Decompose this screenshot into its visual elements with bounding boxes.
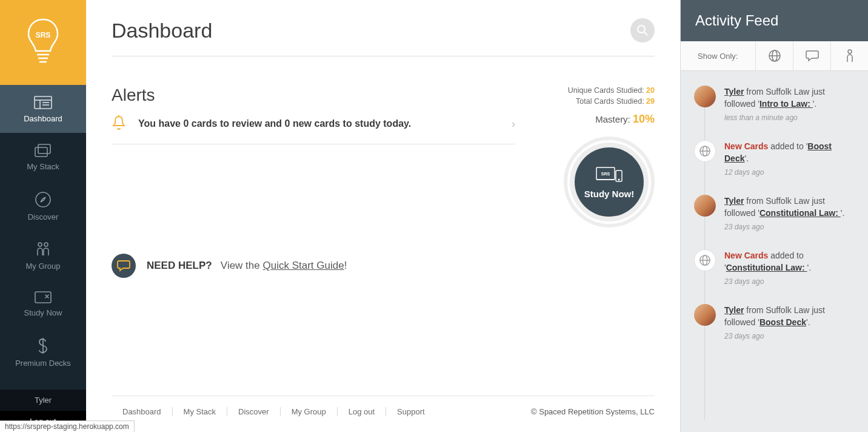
stack-icon bbox=[35, 144, 52, 157]
search-button[interactable] bbox=[630, 18, 655, 42]
page-title: Dashboard bbox=[112, 19, 212, 42]
feed-target-link[interactable]: Constitutional Law: bbox=[760, 208, 841, 218]
feed-item-body: Tyler from Suffolk Law just followed 'Co… bbox=[724, 195, 857, 232]
compass-icon bbox=[35, 192, 51, 208]
help-heading: NEED HELP? bbox=[147, 260, 212, 271]
nav-discover[interactable]: Discover bbox=[0, 181, 86, 231]
activity-feed: Activity Feed Show Only: Tyler from Suff… bbox=[680, 0, 868, 432]
feed-user-link[interactable]: Tyler bbox=[724, 87, 744, 96]
alerts-heading: Alerts bbox=[112, 86, 515, 105]
svg-rect-9 bbox=[35, 147, 47, 157]
svg-point-11 bbox=[36, 192, 50, 207]
new-cards-label: New Cards bbox=[724, 141, 768, 151]
feed-target-link[interactable]: Constitutional Law: bbox=[726, 263, 807, 272]
feed-item: Tyler from Suffolk Law just followed 'Bo… bbox=[694, 304, 857, 342]
mastery: Mastery: 10% bbox=[552, 113, 655, 126]
feed-item: Tyler from Suffolk Law just followed 'In… bbox=[694, 86, 857, 123]
nav-mygroup[interactable]: My Group bbox=[0, 231, 86, 280]
sidebar: SRS Dashboard My Stack Discover bbox=[0, 0, 86, 432]
srs-bulb-icon: SRS bbox=[25, 16, 61, 69]
footer-link[interactable]: Log out bbox=[338, 407, 386, 416]
nav: Dashboard My Stack Discover My Group bbox=[0, 85, 86, 390]
svg-point-15 bbox=[638, 25, 645, 33]
alert-text: You have 0 cards to review and 0 new car… bbox=[138, 118, 499, 129]
svg-point-13 bbox=[44, 243, 48, 246]
svg-text:SRS: SRS bbox=[36, 31, 51, 39]
study-now-button[interactable]: SRS Study Now! bbox=[564, 137, 655, 228]
filter-globe[interactable] bbox=[755, 41, 793, 70]
nav-studynow[interactable]: Study Now bbox=[0, 280, 86, 327]
help-row: NEED HELP? View the Quick Start Guide! bbox=[112, 254, 515, 278]
feed-item-body: Tyler from Suffolk Law just followed 'In… bbox=[724, 86, 857, 123]
logo[interactable]: SRS bbox=[0, 0, 86, 85]
bell-icon bbox=[112, 115, 126, 133]
feed-filter-bar: Show Only: bbox=[681, 41, 868, 71]
footer-link[interactable]: Dashboard bbox=[112, 407, 173, 416]
footer-link[interactable]: My Stack bbox=[173, 407, 227, 416]
filter-people[interactable] bbox=[830, 41, 868, 70]
feed-timestamp: 12 days ago bbox=[724, 167, 857, 178]
feed-target-link[interactable]: Boost Deck bbox=[760, 317, 806, 327]
new-cards-label: New Cards bbox=[724, 251, 768, 260]
footer-link[interactable]: Discover bbox=[227, 407, 281, 416]
nav-mystack[interactable]: My Stack bbox=[0, 133, 86, 181]
svg-rect-10 bbox=[38, 144, 50, 154]
alerts-section: Alerts You have 0 cards to review and 0 … bbox=[112, 86, 515, 396]
play-card-icon bbox=[35, 291, 52, 303]
nav-label: Study Now bbox=[24, 308, 62, 317]
feed-item-body: New Cards added to 'Constitutional Law: … bbox=[724, 249, 857, 287]
dollar-icon bbox=[37, 338, 49, 354]
main: Dashboard Alerts You have 0 cards to rev… bbox=[86, 0, 680, 432]
feed-target-link[interactable]: Intro to Law: bbox=[760, 99, 813, 109]
svg-point-25 bbox=[848, 50, 852, 53]
status-bar-url: https://srsprep-staging.herokuapp.com bbox=[0, 420, 135, 432]
feed-item: New Cards added to 'Boost Deck'.12 days … bbox=[694, 140, 857, 178]
mastery-label: Mastery: bbox=[595, 114, 630, 124]
globe-icon bbox=[694, 249, 716, 271]
footer-links: Dashboard My Stack Discover My Group Log… bbox=[112, 407, 436, 416]
group-icon bbox=[35, 242, 52, 257]
show-only-label: Show Only: bbox=[681, 52, 755, 61]
filter-comments[interactable] bbox=[793, 41, 830, 70]
unique-value: 20 bbox=[646, 86, 655, 95]
avatar bbox=[694, 86, 716, 107]
feed-title: Activity Feed bbox=[681, 0, 868, 41]
footer: Dashboard My Stack Discover My Group Log… bbox=[112, 396, 655, 432]
nav-label: Premium Decks bbox=[15, 359, 71, 368]
stats-panel: Unique Cards Studied: 20 Total Cards Stu… bbox=[552, 86, 655, 396]
nav-user[interactable]: Tyler bbox=[0, 390, 86, 411]
quick-start-link[interactable]: Quick Start Guide bbox=[262, 260, 344, 271]
devices-icon: SRS bbox=[595, 166, 623, 184]
feed-item-body: New Cards added to 'Boost Deck'.12 days … bbox=[724, 140, 857, 178]
nav-premium[interactable]: Premium Decks bbox=[0, 327, 86, 377]
svg-point-12 bbox=[38, 243, 42, 246]
feed-item-body: Tyler from Suffolk Law just followed 'Bo… bbox=[724, 304, 857, 342]
main-header: Dashboard bbox=[112, 18, 655, 56]
nav-dashboard[interactable]: Dashboard bbox=[0, 85, 86, 133]
globe-icon bbox=[694, 140, 716, 162]
footer-link[interactable]: Support bbox=[386, 407, 436, 416]
feed-item: Tyler from Suffolk Law just followed 'Co… bbox=[694, 195, 857, 232]
search-icon bbox=[636, 24, 649, 36]
feed-user-link[interactable]: Tyler bbox=[724, 305, 744, 315]
comment-icon bbox=[806, 50, 819, 62]
feed-timestamp: 23 days ago bbox=[724, 222, 857, 232]
study-now-label: Study Now! bbox=[584, 189, 635, 199]
person-icon bbox=[846, 49, 854, 62]
feed-item: New Cards added to 'Constitutional Law: … bbox=[694, 249, 857, 287]
svg-line-16 bbox=[644, 32, 647, 35]
copyright: © Spaced Repetition Systems, LLC bbox=[531, 407, 655, 416]
total-value: 29 bbox=[646, 97, 655, 106]
footer-link[interactable]: My Group bbox=[281, 407, 338, 416]
avatar bbox=[694, 195, 716, 217]
help-prompt: View the bbox=[221, 260, 263, 271]
alert-row[interactable]: You have 0 cards to review and 0 new car… bbox=[112, 115, 515, 144]
feed-timestamp: less than a minute ago bbox=[724, 113, 857, 123]
avatar bbox=[694, 304, 716, 326]
nav-label: My Group bbox=[25, 262, 60, 271]
speech-bubble-icon bbox=[112, 254, 136, 278]
feed-list: Tyler from Suffolk Law just followed 'In… bbox=[681, 71, 868, 432]
dashboard-icon bbox=[34, 96, 52, 109]
globe-icon bbox=[768, 49, 781, 62]
feed-user-link[interactable]: Tyler bbox=[724, 196, 744, 206]
